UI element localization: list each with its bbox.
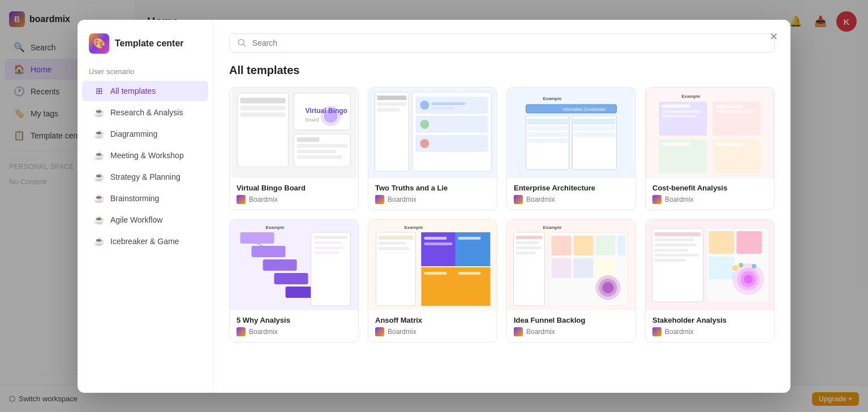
svg-rect-67 bbox=[314, 236, 348, 239]
svg-rect-82 bbox=[458, 237, 481, 240]
svg-rect-19 bbox=[377, 96, 407, 100]
svg-rect-38 bbox=[527, 119, 568, 124]
template-thumb-two-truths bbox=[368, 88, 497, 178]
svg-rect-6 bbox=[240, 112, 286, 117]
template-author-virtual-bingo: Boardmix bbox=[237, 195, 351, 204]
svg-rect-54 bbox=[716, 105, 744, 108]
svg-rect-51 bbox=[662, 105, 690, 108]
templates-row-2: Example bbox=[229, 219, 775, 342]
svg-rect-12 bbox=[297, 144, 348, 148]
template-card-idea-funnel[interactable]: Example bbox=[506, 219, 636, 342]
template-author-cost-benefit: Boardmix bbox=[652, 195, 767, 204]
modal-nav-strategy-planning[interactable]: ☕ Strategy & Planning bbox=[82, 167, 208, 187]
svg-rect-42 bbox=[574, 119, 616, 124]
svg-rect-60 bbox=[240, 232, 274, 244]
modal-section-label: User scenario bbox=[78, 65, 213, 80]
modal-nav-brainstorming[interactable]: ☕ Brainstorming bbox=[82, 188, 208, 209]
svg-line-1 bbox=[243, 44, 245, 46]
svg-rect-107 bbox=[655, 244, 697, 246]
svg-rect-3 bbox=[238, 93, 289, 167]
svg-text:Example: Example bbox=[543, 225, 562, 230]
template-author-stakeholder: Boardmix bbox=[652, 327, 767, 336]
svg-rect-99 bbox=[596, 258, 616, 278]
svg-rect-11 bbox=[297, 137, 320, 142]
icebreaker-icon: ☕ bbox=[93, 236, 105, 246]
modal-nav-agile-workflow[interactable]: ☕ Agile Workflow bbox=[82, 210, 208, 230]
svg-rect-56 bbox=[662, 142, 690, 146]
svg-rect-106 bbox=[655, 238, 694, 241]
template-author-two-truths: Boardmix bbox=[375, 195, 490, 204]
svg-rect-28 bbox=[432, 107, 454, 110]
template-author-ansoff: Boardmix bbox=[375, 327, 490, 336]
template-info-5why: 5 Why Analysis Boardmix bbox=[230, 310, 358, 342]
svg-text:Example: Example bbox=[266, 225, 285, 230]
template-center-modal: 🎨 Template center User scenario ⊞ All te… bbox=[78, 20, 790, 393]
svg-rect-62 bbox=[263, 259, 297, 271]
svg-point-16 bbox=[324, 109, 338, 123]
strategy-icon: ☕ bbox=[93, 172, 105, 182]
svg-rect-76 bbox=[379, 247, 410, 250]
svg-rect-41 bbox=[527, 138, 568, 143]
svg-rect-114 bbox=[709, 257, 734, 279]
svg-rect-90 bbox=[516, 246, 542, 249]
svg-rect-43 bbox=[574, 126, 616, 131]
author-icon bbox=[514, 195, 523, 204]
template-name-stakeholder: Stakeholder Analysis bbox=[652, 316, 767, 324]
svg-rect-69 bbox=[314, 246, 345, 249]
template-thumb-5why: Example bbox=[230, 220, 358, 310]
svg-text:Example: Example bbox=[543, 96, 562, 101]
template-name-cost-benefit: Cost-benefit Analysis bbox=[652, 184, 767, 192]
template-author-5why: Boardmix bbox=[237, 327, 351, 336]
diagramming-icon: ☕ bbox=[93, 129, 105, 139]
modal-nav-icebreaker-game[interactable]: ☕ Icebreaker & Game bbox=[82, 231, 208, 251]
template-card-ansoff[interactable]: Example bbox=[368, 219, 497, 342]
svg-rect-94 bbox=[574, 236, 594, 255]
modal-nav-research-analysis[interactable]: ☕ Research & Analysis bbox=[82, 102, 208, 123]
template-card-virtual-bingo[interactable]: Virtual Bingo Board Virtual Bingo bbox=[229, 87, 359, 210]
template-card-two-truths[interactable]: Two Truths and a Lie Boardmix bbox=[368, 87, 497, 210]
modal-nav-meeting-workshop[interactable]: ☕ Meeting & Workshop bbox=[82, 145, 208, 166]
template-card-5why[interactable]: Example bbox=[229, 219, 359, 342]
svg-point-121 bbox=[752, 264, 757, 268]
modal-brand-icon: 🎨 bbox=[89, 33, 109, 54]
svg-rect-5 bbox=[240, 106, 286, 110]
svg-rect-21 bbox=[377, 108, 400, 111]
svg-rect-112 bbox=[709, 231, 734, 254]
svg-rect-14 bbox=[297, 155, 342, 159]
templates-row-1: Virtual Bingo Board Virtual Bingo bbox=[229, 87, 775, 210]
svg-rect-113 bbox=[737, 231, 762, 254]
template-info-virtual-bingo: Virtual Bingo Board Boardmix bbox=[230, 178, 358, 210]
svg-point-29 bbox=[420, 120, 429, 129]
modal-nav-diagramming[interactable]: ☕ Diagramming bbox=[82, 124, 208, 144]
author-icon bbox=[652, 327, 661, 336]
modal-nav-all-templates[interactable]: ⊞ All templates bbox=[82, 81, 208, 101]
svg-rect-108 bbox=[655, 249, 689, 251]
template-card-stakeholder[interactable]: Stakeholder Analysis Boardmix bbox=[645, 219, 775, 342]
search-icon bbox=[238, 38, 247, 47]
template-card-enterprise-arch[interactable]: Example Information Construction bbox=[506, 87, 636, 210]
template-thumb-virtual-bingo: Virtual Bingo Board bbox=[230, 88, 358, 178]
modal-overlay[interactable]: 🎨 Template center User scenario ⊞ All te… bbox=[0, 0, 868, 412]
template-name-enterprise-arch: Enterprise Architecture bbox=[514, 184, 629, 192]
svg-rect-80 bbox=[424, 237, 447, 240]
template-name-ansoff: Ansoff Matrix bbox=[375, 316, 490, 324]
template-search-input[interactable] bbox=[252, 38, 766, 47]
svg-rect-13 bbox=[297, 150, 337, 153]
svg-rect-53 bbox=[662, 115, 696, 118]
template-search-bar[interactable] bbox=[229, 33, 775, 53]
svg-rect-96 bbox=[618, 236, 626, 255]
svg-rect-110 bbox=[655, 259, 686, 262]
template-author-idea-funnel: Boardmix bbox=[514, 327, 629, 336]
svg-rect-105 bbox=[655, 232, 701, 236]
template-thumb-ansoff: Example bbox=[368, 220, 497, 310]
svg-rect-95 bbox=[596, 236, 616, 255]
modal-close-button[interactable]: ✕ bbox=[766, 29, 781, 45]
template-card-cost-benefit[interactable]: Example bbox=[645, 87, 775, 210]
brainstorming-icon: ☕ bbox=[93, 193, 105, 203]
author-icon bbox=[237, 195, 246, 204]
svg-rect-97 bbox=[552, 258, 571, 278]
svg-rect-61 bbox=[252, 246, 286, 257]
template-name-two-truths: Two Truths and a Lie bbox=[375, 184, 490, 192]
svg-rect-27 bbox=[432, 102, 466, 105]
template-author-enterprise-arch: Boardmix bbox=[514, 195, 629, 204]
